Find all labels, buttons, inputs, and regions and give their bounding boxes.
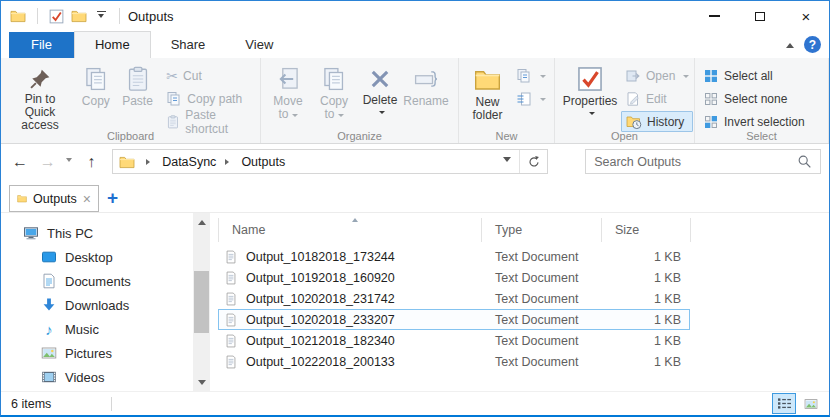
search-icon[interactable] [797,154,812,169]
select-none-button[interactable]: Select none [699,88,809,109]
table-row[interactable]: Output_10202018_231742 Text Document 1 K… [218,288,690,309]
text-document-icon [224,334,238,348]
search-input[interactable] [586,155,797,169]
scissors-icon: ✂ [166,68,178,84]
address-bar[interactable]: DataSync Outputs [112,149,548,174]
column-header-type[interactable]: Type [481,218,601,242]
move-to-button[interactable]: Move to [265,61,311,124]
folder-icon [17,191,27,206]
pin-icon [29,68,51,90]
ribbon-group-organize: Move to Copy to Delete Rename Organize [261,58,459,143]
breadcrumb-datasync[interactable]: DataSync [162,155,216,169]
table-row[interactable]: Output_10212018_182340 Text Document 1 K… [218,330,690,351]
quick-access-toolbar [10,8,124,24]
tab-home[interactable]: Home [74,31,151,58]
rename-button[interactable]: Rename [403,61,449,111]
move-to-icon [275,66,301,92]
text-document-icon [224,292,238,306]
select-all-icon [703,68,719,84]
easy-access-button[interactable] [512,65,550,86]
column-header-size[interactable]: Size [601,218,690,242]
scroll-up-icon[interactable] [193,213,210,230]
copy-to-button[interactable]: Copy to [311,61,357,124]
close-button[interactable]: × [783,1,829,31]
sidebar-item-pictures[interactable]: Pictures [1,341,193,365]
invert-selection-button[interactable]: Invert selection [699,111,809,132]
new-item-button[interactable] [512,88,550,109]
tab-share[interactable]: Share [151,32,226,58]
group-label-select: Select [695,130,828,142]
group-label-new: New [459,130,554,142]
qat-properties-icon[interactable] [49,9,64,24]
downloads-icon [41,297,57,313]
maximize-icon [755,12,765,21]
delete-dropdown-icon [379,111,385,117]
thumbnails-view-icon [803,397,819,411]
sidebar-item-desktop[interactable]: Desktop [1,245,193,269]
tab-file[interactable]: File [9,32,74,58]
text-document-icon [224,355,238,369]
new-folder-button[interactable]: New folder [463,61,512,125]
forward-button[interactable]: → [35,149,61,174]
paste-shortcut-icon [166,114,180,130]
minimize-icon [709,15,720,16]
cut-button[interactable]: ✂ Cut [162,65,256,86]
select-all-button[interactable]: Select all [699,65,809,86]
qat-new-folder-icon[interactable] [71,8,87,24]
pin-to-quick-access-button[interactable]: Pin to Quick access [5,61,75,135]
address-dropdown-icon[interactable] [495,150,519,173]
ribbon: Pin to Quick access Copy Paste ✂ Cut Cop… [1,58,829,144]
column-header-name[interactable]: Name [218,218,481,242]
sidebar-item-downloads[interactable]: Downloads [1,293,193,317]
open-button[interactable]: Open [621,65,693,86]
sidebar-scrollbar[interactable] [193,213,210,391]
tab-view[interactable]: View [225,32,293,58]
minimize-ribbon-icon[interactable] [786,39,794,48]
group-label-organize: Organize [261,130,458,142]
breadcrumb-outputs[interactable]: Outputs [241,155,285,169]
edit-button[interactable]: Edit [621,88,693,109]
tab-close-icon[interactable]: × [83,192,91,206]
new-tab-button[interactable]: + [107,188,118,207]
history-button[interactable]: History [621,111,693,132]
copy-path-button[interactable]: Copy path [162,88,256,109]
thumbnails-view-button[interactable] [799,393,823,414]
recent-locations-dropdown-icon[interactable] [63,149,77,174]
copy-button[interactable]: Copy [75,61,117,111]
refresh-icon [527,155,541,169]
up-button[interactable]: ↑ [78,149,104,174]
close-icon: × [802,9,811,24]
sidebar-item-documents[interactable]: Documents [1,269,193,293]
history-icon [626,114,642,130]
maximize-button[interactable] [737,1,783,31]
scrollbar-thumb[interactable] [194,271,209,333]
file-list-pane: Name Type Size Output_10182018_173244 Te… [210,213,829,391]
properties-button[interactable]: Properties [559,61,621,119]
qat-customize-dropdown-icon[interactable] [94,11,108,21]
back-button[interactable]: ← [7,149,33,174]
invert-selection-icon [703,114,719,130]
sidebar-item-videos[interactable]: Videos [1,365,193,389]
paste-button[interactable]: Paste [117,61,159,111]
scroll-down-icon[interactable] [193,374,210,391]
refresh-button[interactable] [519,150,547,173]
search-box [585,149,821,174]
delete-button[interactable]: Delete [357,61,403,118]
table-row-selected[interactable]: Output_10202018_233207 Text Document 1 K… [218,309,690,330]
breadcrumb-separator-icon [146,159,153,165]
sidebar-item-music[interactable]: ♪ Music [1,317,193,341]
help-icon[interactable]: ? [804,36,821,53]
address-bar-row: ← → ↑ DataSync Outputs [1,144,829,179]
details-view-button[interactable] [772,393,796,414]
table-row[interactable]: Output_10222018_200133 Text Document 1 K… [218,351,690,372]
table-row[interactable]: Output_10192018_160920 Text Document 1 K… [218,267,690,288]
sidebar-item-this-pc[interactable]: This PC [1,221,193,245]
copy-path-icon [166,91,182,107]
navigation-pane: This PC Desktop Documents Downloads ♪ Mu… [1,213,193,391]
paste-shortcut-button[interactable]: Paste shortcut [162,111,256,132]
edit-icon [625,91,641,107]
minimize-button[interactable] [691,1,737,31]
table-row[interactable]: Output_10182018_173244 Text Document 1 K… [218,246,690,267]
explorer-tab-outputs[interactable]: Outputs × [9,185,99,212]
details-view-icon [777,397,792,410]
